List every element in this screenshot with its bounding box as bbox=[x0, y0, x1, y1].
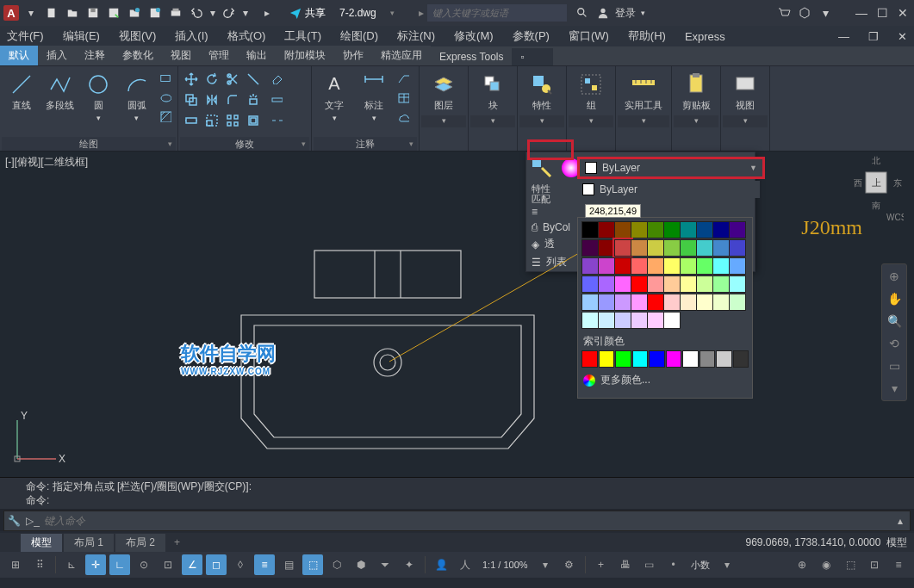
color-cell[interactable] bbox=[647, 257, 664, 275]
sb-3d-icon[interactable]: ⬡ bbox=[326, 554, 347, 575]
sb-annomonitor-icon[interactable]: 人 bbox=[455, 554, 476, 575]
color-cell[interactable] bbox=[647, 239, 664, 257]
expand-util[interactable]: ▾ bbox=[618, 115, 669, 127]
panel-annot-title[interactable]: 注释 bbox=[314, 137, 417, 151]
sb-ortho-icon[interactable]: ∟ bbox=[109, 554, 130, 575]
tool-align-icon[interactable] bbox=[268, 90, 285, 108]
color-cell[interactable] bbox=[696, 239, 713, 257]
color-cell[interactable] bbox=[581, 221, 599, 238]
panel-block[interactable]: 块 bbox=[470, 68, 515, 115]
color-cell[interactable] bbox=[663, 275, 681, 293]
color-cell[interactable] bbox=[581, 257, 599, 275]
tab-addins[interactable]: 附加模块 bbox=[276, 46, 334, 65]
undo-dd-icon[interactable]: ▾ bbox=[208, 4, 217, 22]
color-cell[interactable] bbox=[680, 294, 697, 311]
nav-fullnav-icon[interactable]: ⊕ bbox=[886, 268, 903, 285]
tab-manage[interactable]: 管理 bbox=[200, 46, 238, 65]
search-input[interactable] bbox=[427, 4, 567, 22]
menu-file[interactable]: 文件(F) bbox=[7, 28, 44, 44]
maximize-icon[interactable]: ☐ bbox=[874, 5, 890, 21]
tool-leader-icon[interactable] bbox=[395, 70, 412, 87]
color-cell[interactable] bbox=[631, 239, 648, 257]
tool-hatch-icon[interactable] bbox=[157, 108, 174, 125]
tool-explode-icon[interactable] bbox=[244, 90, 263, 109]
app-icon[interactable]: A bbox=[3, 5, 19, 21]
tab-collab[interactable]: 协作 bbox=[334, 46, 372, 65]
color-cell[interactable] bbox=[663, 257, 681, 275]
color-cell[interactable] bbox=[614, 257, 631, 275]
color-cell[interactable] bbox=[598, 257, 615, 275]
sb-units-icon[interactable]: • bbox=[663, 554, 684, 575]
color-cell[interactable] bbox=[614, 239, 631, 257]
tool-polyline[interactable]: 多段线 bbox=[42, 70, 79, 114]
color-cell[interactable] bbox=[581, 294, 599, 311]
login-icon[interactable] bbox=[594, 4, 612, 22]
sb-isolate-icon[interactable]: ◉ bbox=[816, 554, 836, 575]
expand-clip[interactable]: ▾ bbox=[674, 115, 718, 127]
bylayer-option[interactable]: ByLayer bbox=[577, 181, 760, 198]
color-cell[interactable] bbox=[663, 312, 681, 329]
tool-line[interactable]: 直线 bbox=[3, 70, 40, 114]
close-icon[interactable]: ✕ bbox=[895, 5, 911, 21]
sb-cycle-icon[interactable]: ⬚ bbox=[302, 554, 323, 575]
cmd-recent-icon[interactable]: ▴ bbox=[891, 515, 910, 527]
tool-extend-icon[interactable] bbox=[244, 70, 263, 89]
color-cell[interactable] bbox=[680, 275, 697, 293]
menu-help[interactable]: 帮助(H) bbox=[628, 28, 666, 44]
index-color-cell[interactable] bbox=[666, 350, 682, 368]
tool-stretch-icon[interactable] bbox=[182, 111, 201, 130]
tool-array-icon[interactable] bbox=[223, 111, 242, 130]
layout-add-icon[interactable]: + bbox=[167, 535, 187, 550]
color-cell[interactable] bbox=[663, 294, 681, 311]
panel-draw-title[interactable]: 绘图 bbox=[2, 137, 176, 151]
viewcube[interactable]: 北 西 东 南 上 WCS bbox=[849, 155, 904, 210]
tool-offset-icon[interactable] bbox=[244, 111, 263, 130]
sb-plot-icon[interactable]: 🖶 bbox=[615, 554, 636, 575]
layout-1[interactable]: 布局 1 bbox=[64, 534, 114, 552]
tab-output[interactable]: 输出 bbox=[238, 46, 276, 65]
index-color-cell[interactable] bbox=[581, 350, 598, 368]
color-cell[interactable] bbox=[614, 221, 631, 238]
color-cell[interactable] bbox=[729, 221, 746, 238]
sb-polar-icon[interactable]: ⊙ bbox=[134, 554, 154, 575]
sb-gear-icon[interactable]: ⚙ bbox=[559, 554, 580, 575]
color-cell[interactable] bbox=[712, 294, 730, 311]
color-cell[interactable] bbox=[647, 275, 664, 293]
index-color-cell[interactable] bbox=[615, 350, 631, 368]
color-cell[interactable] bbox=[663, 239, 681, 257]
drawing-canvas[interactable]: [-][俯视][二维线框] 特性 匹配 ≡ ⎙ByCol ◈透 ☰列表 ByLa… bbox=[0, 152, 914, 477]
tool-cloud-icon[interactable] bbox=[395, 108, 412, 125]
sb-grid-icon[interactable]: ⊞ bbox=[5, 554, 26, 575]
color-cell[interactable] bbox=[680, 239, 697, 257]
viewport-label[interactable]: [-][俯视][二维线框] bbox=[5, 155, 88, 170]
expand-view[interactable]: ▾ bbox=[723, 115, 768, 127]
sb-3dosnap-icon[interactable]: ◊ bbox=[230, 554, 251, 575]
tab-featured[interactable]: 精选应用 bbox=[372, 46, 431, 65]
menu-format[interactable]: 格式(O) bbox=[227, 28, 266, 44]
color-cell[interactable] bbox=[712, 257, 730, 275]
qa-more-icon[interactable]: ▸ bbox=[258, 4, 276, 22]
color-cell[interactable] bbox=[696, 294, 713, 311]
menu-dropdown-icon[interactable]: ▾ bbox=[22, 4, 40, 22]
cart-icon[interactable] bbox=[776, 5, 792, 21]
more-colors-button[interactable]: 更多颜色... bbox=[578, 368, 752, 393]
index-color-cell[interactable] bbox=[733, 350, 749, 368]
tool-scale-icon[interactable] bbox=[202, 111, 221, 130]
tool-copy-icon[interactable] bbox=[182, 90, 201, 109]
sb-lineweight-icon[interactable]: ≡ bbox=[254, 554, 275, 575]
new-icon[interactable] bbox=[43, 4, 60, 22]
color-cell[interactable] bbox=[729, 257, 746, 275]
plot-icon[interactable] bbox=[167, 4, 184, 22]
index-color-cell[interactable] bbox=[599, 350, 615, 368]
menu-edit[interactable]: 编辑(E) bbox=[63, 28, 100, 44]
tool-rotate-icon[interactable] bbox=[202, 70, 221, 89]
doc-close-icon[interactable]: ✕ bbox=[898, 30, 907, 43]
color-cell[interactable] bbox=[631, 294, 648, 311]
sb-scale-text[interactable]: 1:1 / 100% bbox=[479, 560, 532, 570]
index-color-cell[interactable] bbox=[699, 350, 716, 368]
minimize-icon[interactable]: — bbox=[854, 5, 869, 21]
menu-modify[interactable]: 修改(M) bbox=[454, 28, 494, 44]
sb-snap-icon[interactable]: ⠿ bbox=[29, 554, 50, 575]
color-cell[interactable] bbox=[647, 221, 664, 238]
panel-utilities[interactable]: 实用工具 bbox=[618, 68, 669, 115]
